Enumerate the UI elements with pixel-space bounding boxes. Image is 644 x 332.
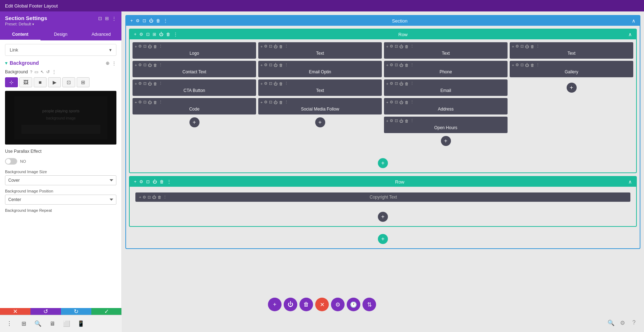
panel-more-icon[interactable]: ⋮ <box>112 16 116 21</box>
add-to-row2-button[interactable]: + <box>378 212 388 222</box>
image-size-select[interactable]: Cover <box>5 175 116 185</box>
col2-add-button[interactable]: + <box>315 117 325 127</box>
panel-header: Section Settings ⊡ ⊞ ⋮ Preset: Default ▾ <box>0 11 121 29</box>
link-chevron: ▾ <box>109 47 112 53</box>
module-phone[interactable]: +⚙⊡⏻🗑⋮ Phone <box>384 61 508 77</box>
add-to-row2-container: + <box>130 208 636 226</box>
row-block-2: + ⚙ ⊡ ⏻ 🗑 ⋮ Row ∧ +⚙⊡⏻🗑⋮ Co <box>129 176 637 227</box>
module-code[interactable]: +⚙⊡⏻🗑⋮ Code <box>133 98 256 114</box>
section-power-icon[interactable]: ⏻ <box>149 18 153 23</box>
tab-advanced[interactable]: Advanced <box>81 29 121 40</box>
panel-columns-icon[interactable]: ⊞ <box>105 16 109 21</box>
row1-copy-icon[interactable]: ⊡ <box>146 32 150 37</box>
module-copyright[interactable]: +⚙⊡⏻🗑⋮ Copyright Text <box>135 192 630 202</box>
bg-device-icon[interactable]: ▭ <box>34 69 38 74</box>
undo-button[interactable]: ↺ <box>30 308 61 315</box>
section-bar-label: Section <box>392 18 407 24</box>
float-close-button[interactable]: ✕ <box>315 298 329 311</box>
section-bar-left: + ⚙ ⊡ ⏻ 🗑 ⋮ <box>130 18 168 23</box>
row1-power-icon[interactable]: ⏻ <box>159 32 163 37</box>
float-add-button[interactable]: + <box>268 298 282 311</box>
module-text3-toolbar: +⚙⊡⏻🗑⋮ <box>510 42 633 49</box>
section-add-icon[interactable]: + <box>130 18 133 23</box>
bg-reset-icon[interactable]: ↺ <box>46 69 50 74</box>
col3-add-button[interactable]: + <box>441 136 451 146</box>
cancel-button[interactable]: ✕ <box>0 308 30 315</box>
floating-toolbar: + ⏻ 🗑 ✕ ⚙ 🕐 ⇅ <box>268 298 376 311</box>
row1-more-icon[interactable]: ⋮ <box>173 32 178 37</box>
row1-delete-icon[interactable]: 🗑 <box>166 32 170 37</box>
module-open-hours[interactable]: +⚙⊡⏻🗑⋮ Open Hours <box>384 117 508 133</box>
module-logo[interactable]: +⚙⊡⏻🗑⋮ Logo <box>133 42 256 59</box>
row2-power-icon[interactable]: ⏻ <box>153 179 157 184</box>
bg-type-slideshow[interactable]: ⊡ <box>62 77 75 87</box>
col4-add-button[interactable]: + <box>567 83 577 93</box>
row-bar-2: + ⚙ ⊡ ⏻ 🗑 ⋮ Row ∧ <box>130 177 636 187</box>
section-bar: + ⚙ ⊡ ⏻ 🗑 ⋮ Section ∧ <box>126 16 640 26</box>
bg-type-gradient[interactable]: ⊹ <box>5 77 18 87</box>
section-delete-icon[interactable]: 🗑 <box>156 18 160 23</box>
module-email[interactable]: +⚙⊡⏻🗑⋮ Email <box>384 79 508 96</box>
col1-add-button[interactable]: + <box>189 117 200 127</box>
bg-type-pattern[interactable]: ⊞ <box>77 77 90 87</box>
row2-more-icon[interactable]: ⋮ <box>167 179 171 184</box>
module-gallery[interactable]: +⚙⊡⏻🗑⋮ Gallery <box>510 61 633 77</box>
row2-delete-icon[interactable]: 🗑 <box>160 179 164 184</box>
bg-label: Background <box>5 69 28 74</box>
bg-more-icon[interactable]: ⋮ <box>112 60 116 66</box>
tab-design[interactable]: Design <box>40 29 81 40</box>
module-text1-label: Text <box>258 49 382 59</box>
module-logo-label: Logo <box>133 49 256 59</box>
redo-button[interactable]: ↻ <box>61 308 91 315</box>
module-email-optin[interactable]: +⚙⊡⏻🗑⋮ Email Optin <box>258 61 382 77</box>
float-power-button[interactable]: ⏻ <box>284 298 297 311</box>
module-contact-text[interactable]: +⚙⊡⏻🗑⋮ Contact Text <box>133 61 256 77</box>
float-sort-button[interactable]: ⇅ <box>362 298 376 311</box>
section-collapse-icon[interactable]: ∧ <box>632 18 635 24</box>
float-history-button[interactable]: 🕐 <box>347 298 360 311</box>
row2-add-icon[interactable]: + <box>134 179 136 184</box>
module-text-3[interactable]: +⚙⊡⏻🗑⋮ Text <box>510 42 633 59</box>
section-settings-icon[interactable]: ⚙ <box>136 18 140 23</box>
float-settings-button[interactable]: ⚙ <box>331 298 345 311</box>
module-text-2[interactable]: +⚙⊡⏻🗑⋮ Text <box>384 42 508 59</box>
module-address[interactable]: +⚙⊡⏻🗑⋮ Address <box>384 98 508 114</box>
bg-options-icon[interactable]: ⋮ <box>52 69 56 74</box>
row2-copy-icon[interactable]: ⊡ <box>146 179 150 184</box>
bg-type-color[interactable]: ■ <box>34 77 47 87</box>
row1-settings-icon[interactable]: ⚙ <box>139 32 143 37</box>
module-social-media[interactable]: +⚙⊡⏻🗑⋮ Social Media Follow <box>258 98 382 114</box>
add-section-button[interactable]: + <box>378 234 388 244</box>
module-cta-button[interactable]: +⚙⊡⏻🗑⋮ CTA Button <box>133 79 256 96</box>
bg-help-icon[interactable]: ? <box>30 70 32 74</box>
module-text-1[interactable]: +⚙⊡⏻🗑⋮ Text <box>258 42 382 59</box>
section-copy-icon[interactable]: ⊡ <box>143 18 146 23</box>
background-collapse-icon[interactable]: ▾ <box>5 60 8 66</box>
panel-resize-icon[interactable]: ⊡ <box>98 16 102 21</box>
row1-add-icon[interactable]: + <box>134 32 136 37</box>
row-bar-left-2: + ⚙ ⊡ ⏻ 🗑 ⋮ <box>134 179 171 184</box>
row1-collapse-icon[interactable]: ∧ <box>628 31 632 37</box>
bg-toggle-icon[interactable]: ⊕ <box>106 60 110 66</box>
bg-cursor-icon[interactable]: ↖ <box>40 69 44 74</box>
image-position-select[interactable]: Center <box>5 195 116 205</box>
module-text-4[interactable]: +⚙⊡⏻🗑⋮ Text <box>258 79 382 96</box>
add-row-button[interactable]: + <box>378 158 388 168</box>
section-more-icon[interactable]: ⋮ <box>163 18 168 23</box>
col3-add-area: + <box>384 133 508 149</box>
row1-columns-icon[interactable]: ⊞ <box>153 32 156 37</box>
link-section[interactable]: Link ▾ <box>5 44 116 56</box>
float-delete-button[interactable]: 🗑 <box>299 298 313 311</box>
parallax-switch[interactable] <box>5 158 17 165</box>
module-row-2: +⚙⊡⏻🗑⋮ Contact Text +⚙⊡⏻🗑⋮ Email Optin <box>133 61 633 77</box>
panel-preset[interactable]: Preset: Default ▾ <box>5 22 116 26</box>
module-cta-label: CTA Button <box>133 87 256 96</box>
row2-collapse-icon[interactable]: ∧ <box>628 179 632 185</box>
tab-content[interactable]: Content <box>0 29 40 40</box>
bg-type-video[interactable]: ▶ <box>48 77 61 87</box>
save-button[interactable]: ✓ <box>91 308 122 315</box>
copyright-label: Copyright Text <box>168 195 627 200</box>
bg-type-image[interactable]: 🖼 <box>19 77 32 87</box>
row2-settings-icon[interactable]: ⚙ <box>139 179 143 184</box>
col1-code-col: +⚙⊡⏻🗑⋮ Code + <box>133 98 256 149</box>
